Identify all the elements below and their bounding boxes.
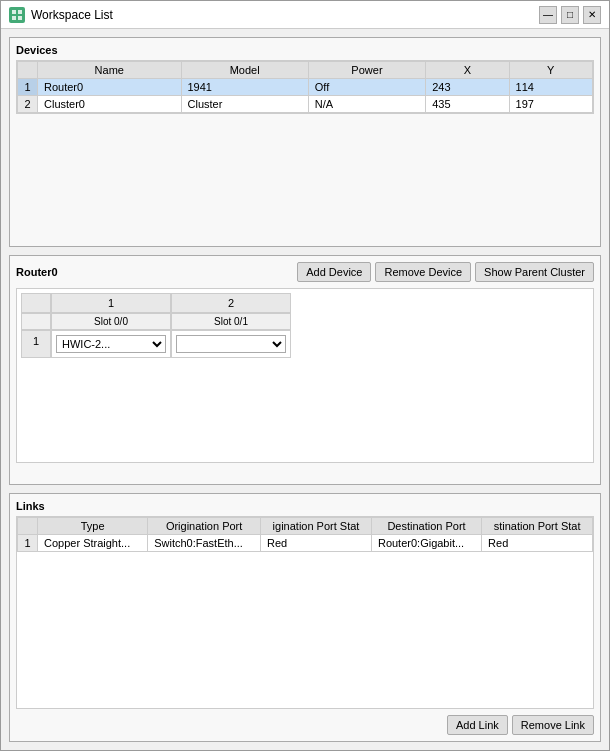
title-bar-left: Workspace List (9, 7, 113, 23)
link-type: Copper Straight... (38, 535, 148, 552)
remove-link-button[interactable]: Remove Link (512, 715, 594, 735)
device-y: 197 (509, 96, 592, 113)
devices-table-header: Name Model Power X Y (18, 62, 593, 79)
add-device-button[interactable]: Add Device (297, 262, 371, 282)
slot-header-empty (21, 293, 51, 313)
table-row[interactable]: 1 Copper Straight... Switch0:FastEth... … (18, 535, 593, 552)
slot-grid-container: 1 2 Slot 0/0 Slot 0/1 1 HWIC-2... HWIC-1… (16, 288, 594, 463)
minimize-button[interactable]: — (539, 6, 557, 24)
table-row[interactable]: 1 Router0 1941 Off 243 114 (18, 79, 593, 96)
svg-rect-2 (12, 16, 16, 20)
device-model: Cluster (181, 96, 308, 113)
slot-grid: 1 2 Slot 0/0 Slot 0/1 1 HWIC-2... HWIC-1… (21, 293, 589, 358)
device-x: 435 (426, 96, 509, 113)
slot-cell-1: HWIC-2... HWIC-1 None (51, 330, 171, 358)
slot-subheader-01: Slot 0/1 (171, 313, 291, 330)
title-bar: Workspace List — □ ✕ (1, 1, 609, 29)
device-model: 1941 (181, 79, 308, 96)
device-power: Off (308, 79, 425, 96)
slot-select-2[interactable]: Option1 Option2 (176, 335, 286, 353)
title-bar-controls: — □ ✕ (539, 6, 601, 24)
slot-subheader-00: Slot 0/0 (51, 313, 171, 330)
add-link-button[interactable]: Add Link (447, 715, 508, 735)
remove-device-button[interactable]: Remove Device (375, 262, 471, 282)
row-num: 2 (18, 96, 38, 113)
device-y: 114 (509, 79, 592, 96)
col-model: Model (181, 62, 308, 79)
device-name[interactable]: Router0 (38, 79, 182, 96)
slot-header-1: 1 (51, 293, 171, 313)
link-dest-stat: Red (482, 535, 593, 552)
slot-cell-2: Option1 Option2 (171, 330, 291, 358)
links-table-container: Type Origination Port igination Port Sta… (16, 516, 594, 709)
slot-row-num: 1 (21, 330, 51, 358)
link-col-type: Type (38, 518, 148, 535)
device-name[interactable]: Cluster0 (38, 96, 182, 113)
col-y: Y (509, 62, 592, 79)
devices-table-container: Name Model Power X Y 1 Router0 1941 Off (16, 60, 594, 114)
router-title: Router0 (16, 266, 58, 278)
link-orig-stat: Red (261, 535, 372, 552)
link-dest-port: Router0:Gigabit... (371, 535, 481, 552)
col-num (18, 62, 38, 79)
svg-rect-3 (18, 16, 22, 20)
col-x: X (426, 62, 509, 79)
svg-rect-1 (18, 10, 22, 14)
link-col-dest-port: Destination Port (371, 518, 481, 535)
link-col-orig-port: Origination Port (148, 518, 261, 535)
devices-label: Devices (16, 44, 594, 56)
links-table-header: Type Origination Port igination Port Sta… (18, 518, 593, 535)
close-button[interactable]: ✕ (583, 6, 601, 24)
col-power: Power (308, 62, 425, 79)
link-num: 1 (18, 535, 38, 552)
links-outer: Links Type Origination Port igination Po… (9, 493, 601, 742)
devices-section: Devices Name Model Power X Y (9, 37, 601, 247)
link-col-orig-stat: igination Port Stat (261, 518, 372, 535)
table-row[interactable]: 2 Cluster0 Cluster N/A 435 197 (18, 96, 593, 113)
main-window: Workspace List — □ ✕ Devices Name Model … (0, 0, 610, 751)
router-buttons: Add Device Remove Device Show Parent Clu… (297, 262, 594, 282)
slot-subheader-empty (21, 313, 51, 330)
link-col-num (18, 518, 38, 535)
links-label: Links (16, 500, 594, 512)
window-body: Devices Name Model Power X Y (1, 29, 609, 750)
router-header: Router0 Add Device Remove Device Show Pa… (16, 262, 594, 282)
show-parent-cluster-button[interactable]: Show Parent Cluster (475, 262, 594, 282)
device-power: N/A (308, 96, 425, 113)
col-name: Name (38, 62, 182, 79)
devices-table: Name Model Power X Y 1 Router0 1941 Off (17, 61, 593, 113)
maximize-button[interactable]: □ (561, 6, 579, 24)
link-col-dest-stat: stination Port Stat (482, 518, 593, 535)
svg-rect-0 (12, 10, 16, 14)
link-orig-port: Switch0:FastEth... (148, 535, 261, 552)
links-table: Type Origination Port igination Port Sta… (17, 517, 593, 552)
window-title: Workspace List (31, 8, 113, 22)
device-x: 243 (426, 79, 509, 96)
links-footer: Add Link Remove Link (16, 715, 594, 735)
router-section: Router0 Add Device Remove Device Show Pa… (9, 255, 601, 485)
row-num: 1 (18, 79, 38, 96)
slot-header-2: 2 (171, 293, 291, 313)
slot-select-1[interactable]: HWIC-2... HWIC-1 None (56, 335, 166, 353)
app-icon (9, 7, 25, 23)
